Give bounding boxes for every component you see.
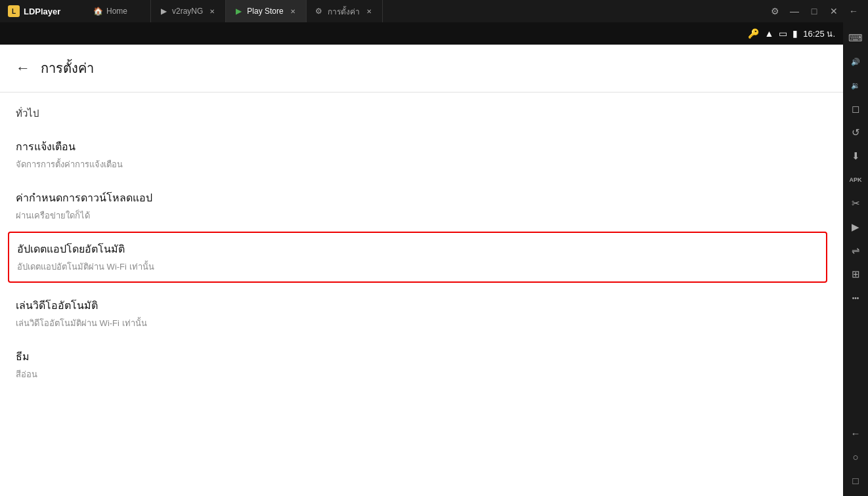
back-nav-icon[interactable]: ← (845, 423, 866, 444)
logo-icon: L (8, 5, 20, 17)
playstore-tab-icon: ▶ (234, 7, 243, 16)
battery-icon: ▮ (792, 28, 798, 39)
v2rayng-tab-icon: ▶ (159, 7, 168, 16)
tab-v2rayng[interactable]: ▶ v2rayNG ✕ (151, 0, 226, 22)
settings-page-title: การตั้งค่า (41, 58, 94, 79)
maximize-btn[interactable]: □ (805, 2, 823, 20)
scissors-icon[interactable]: ✂ (845, 193, 866, 214)
key-icon: 🔑 (748, 28, 759, 39)
arrow-ctrl-btn[interactable]: ← (844, 2, 863, 20)
statusbar: 🔑 ▲ ▭ ▮ 16:25 น. (0, 22, 843, 45)
refresh-icon[interactable]: ↺ (845, 122, 866, 143)
apk-icon[interactable]: APK (845, 169, 866, 190)
notifications-title: การแจ้งเตือน (16, 138, 827, 155)
settings-item-notifications[interactable]: การแจ้งเตือน จัดการการตั้งค่าการแจ้งเตือ… (16, 129, 827, 180)
settings-ctrl-btn[interactable]: ⚙ (766, 2, 784, 20)
home-tab-label: Home (106, 7, 127, 16)
settings-item-theme[interactable]: ธีม สีอ่อน (16, 339, 827, 390)
settings-item-auto-play[interactable]: เล่นวิดีโออัตโนมัติ เล่นวิดีโออัตโนมัติผ… (16, 288, 827, 339)
v2rayng-tab-label: v2rayNG (172, 7, 203, 16)
wifi-icon: ▲ (764, 28, 773, 39)
settings-list: ทั่วไป การแจ้งเตือน จัดการการตั้งค่าการแ… (0, 93, 843, 390)
signal-icon: ▭ (779, 28, 787, 39)
home-nav-icon[interactable]: ○ (845, 446, 866, 467)
tab-playstore[interactable]: ▶ Play Store ✕ (226, 0, 306, 22)
transfer-icon[interactable]: ⇌ (845, 240, 866, 261)
theme-title: ธีม (16, 348, 827, 365)
titlebar: L LDPlayer 🏠 Home ▶ v2rayNG ✕ ▶ Play Sto… (0, 0, 868, 22)
settings-header: ← การตั้งค่า (0, 45, 843, 93)
auto-play-title: เล่นวิดีโออัตโนมัติ (16, 297, 827, 314)
main-content: ← การตั้งค่า ทั่วไป การแจ้งเตือน จัดการก… (0, 45, 843, 496)
settings-tab-icon: ⚙ (315, 7, 324, 16)
v2rayng-tab-close[interactable]: ✕ (207, 6, 217, 16)
tab-home[interactable]: 🏠 Home (85, 0, 151, 22)
keyboard-icon[interactable]: ⌨ (845, 28, 866, 49)
more-icon[interactable]: ••• (845, 287, 866, 308)
screenshot-icon[interactable]: ◻ (845, 98, 866, 119)
recents-nav-icon[interactable]: □ (845, 470, 866, 491)
notifications-subtitle: จัดการการตั้งค่าการแจ้งเตือน (16, 157, 827, 171)
home-tab-icon: 🏠 (93, 7, 102, 16)
settings-tab-close[interactable]: ✕ (364, 6, 374, 16)
video-icon[interactable]: ▶ (845, 217, 866, 238)
volume-down-icon[interactable]: 🔉 (845, 75, 866, 96)
playstore-tab-label: Play Store (247, 7, 283, 16)
right-sidebar: ⌨ 🔊 🔉 ◻ ↺ ⬇ APK ✂ ▶ ⇌ ⊞ ••• ← ○ □ (843, 22, 868, 496)
layout-icon[interactable]: ⊞ (845, 264, 866, 285)
volume-up-icon[interactable]: 🔊 (845, 51, 866, 72)
back-button[interactable]: ← (16, 60, 30, 77)
close-btn[interactable]: ✕ (825, 2, 843, 20)
minimize-btn[interactable]: — (785, 2, 804, 20)
install-icon[interactable]: ⬇ (845, 146, 866, 167)
settings-item-download[interactable]: ค่ากำหนดการดาวน์โหลดแอป ผ่านเครือข่ายใดก… (16, 180, 827, 232)
download-subtitle: ผ่านเครือข่ายใดก็ได้ (16, 209, 827, 222)
section-general-label: ทั่วไป (16, 93, 827, 129)
tabs-area: 🏠 Home ▶ v2rayNG ✕ ▶ Play Store ✕ ⚙ การต… (85, 0, 760, 22)
download-title: ค่ากำหนดการดาวน์โหลดแอป (16, 190, 827, 206)
app-name: LDPlayer (24, 7, 60, 16)
window-controls: ⚙ — □ ✕ ← (760, 2, 868, 20)
auto-update-title: อัปเดตแอปโดยอัตโนมัติ (17, 241, 818, 257)
settings-item-auto-update[interactable]: อัปเดตแอปโดยอัตโนมัติ อัปเดตแอปอัตโนมัติ… (8, 232, 827, 283)
settings-tab-label: การตั้งค่า (328, 5, 360, 18)
auto-update-subtitle: อัปเดตแอปอัตโนมัติผ่าน Wi-Fi เท่านั้น (17, 260, 818, 274)
tab-settings-tab[interactable]: ⚙ การตั้งค่า ✕ (307, 0, 383, 22)
app-logo: L LDPlayer (0, 5, 85, 17)
playstore-tab-close[interactable]: ✕ (288, 6, 298, 16)
status-time: 16:25 น. (803, 27, 835, 41)
theme-subtitle: สีอ่อน (16, 367, 827, 381)
auto-play-subtitle: เล่นวิดีโออัตโนมัติผ่าน Wi-Fi เท่านั้น (16, 316, 827, 330)
